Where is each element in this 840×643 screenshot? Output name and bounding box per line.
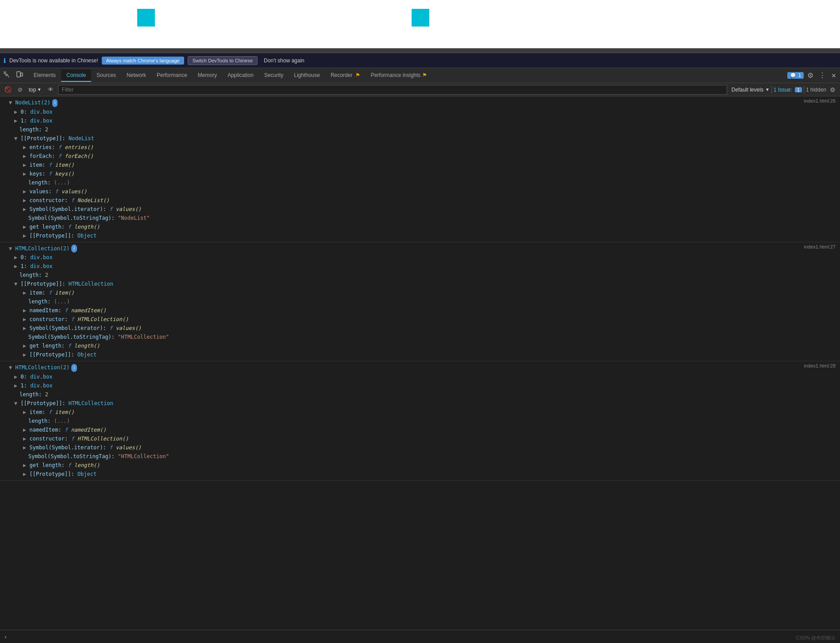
- line-part: keys: [29, 171, 42, 177]
- console-line[interactable]: ▶ get length: f length(): [0, 461, 840, 470]
- console-line[interactable]: ▶ item: f item(): [0, 161, 840, 169]
- console-line[interactable]: ▶ forEach: f forEach(): [0, 152, 840, 161]
- line-part: "NodeList": [118, 215, 150, 221]
- console-line[interactable]: ▶ Symbol(Symbol.iterator): f values(): [0, 324, 840, 333]
- tab-memory[interactable]: Memory: [193, 69, 222, 82]
- console-line[interactable]: ▶ 0: div.box: [0, 253, 840, 262]
- console-line[interactable]: Symbol(Symbol.toStringTag): "HTMLCollect…: [0, 333, 840, 341]
- console-line[interactable]: Symbol(Symbol.toStringTag): "HTMLCollect…: [0, 452, 840, 461]
- console-line[interactable]: ▶ item: f item(): [0, 408, 840, 417]
- issues-badge[interactable]: 1 Issue: 1: [771, 86, 804, 94]
- line-part: Symbol(Symbol.toStringTag): [28, 334, 112, 340]
- console-line[interactable]: ▶ item: f item(): [0, 288, 840, 297]
- dont-show-again-button[interactable]: Don't show again: [261, 56, 307, 65]
- line-part: div.box: [30, 374, 53, 380]
- source-link[interactable]: index1.html:26: [804, 98, 836, 103]
- console-output[interactable]: index1.html:26▼ NodeList(2)i▶ 0: div.box…: [0, 96, 840, 630]
- devtools-tabs: Elements Console Sources Network Perform…: [0, 68, 840, 83]
- console-line[interactable]: length: (...): [0, 178, 840, 187]
- tab-lighthouse[interactable]: Lighthouse: [289, 69, 325, 82]
- console-line[interactable]: ▶ Symbol(Symbol.iterator): f values(): [0, 443, 840, 452]
- notification-badge[interactable]: 💬 1: [787, 72, 804, 79]
- console-line[interactable]: length: 2: [0, 125, 840, 134]
- section-title[interactable]: ▼ HTMLCollection(2)i: [0, 363, 840, 372]
- source-link[interactable]: index1.html:28: [804, 363, 836, 368]
- default-levels-selector[interactable]: Default levels ▼: [730, 86, 771, 94]
- section-title[interactable]: ▼ HTMLCollection(2)i: [0, 244, 840, 253]
- context-selector[interactable]: top ▼: [27, 86, 43, 94]
- console-line[interactable]: ▶ namedItem: f namedItem(): [0, 425, 840, 434]
- tab-performance-insights[interactable]: Performance insights ⚑: [366, 69, 433, 82]
- console-line[interactable]: ▶ [[Prototype]]: Object: [0, 350, 840, 359]
- console-line[interactable]: ▶ values: f values(): [0, 187, 840, 196]
- console-line[interactable]: ▶ [[Prototype]]: Object: [0, 231, 840, 240]
- line-part: :: [71, 352, 77, 358]
- console-line[interactable]: ▶ entries: f entries(): [0, 143, 840, 152]
- switch-to-chinese-button[interactable]: Switch DevTools to Chinese: [188, 56, 258, 65]
- line-part: [[Prototype]]: [29, 352, 71, 358]
- line-part: keys(): [52, 171, 74, 177]
- tab-performance[interactable]: Performance: [151, 69, 193, 82]
- clear-console-button[interactable]: 🚫: [3, 85, 13, 94]
- line-part: f: [49, 171, 52, 177]
- console-line[interactable]: length: 2: [0, 271, 840, 279]
- console-line[interactable]: ▼ [[Prototype]]: NodeList: [0, 134, 840, 143]
- section-title[interactable]: ▼ NodeList(2)i: [0, 98, 840, 107]
- console-line[interactable]: length: (...): [0, 297, 840, 306]
- line-part: get length: [29, 462, 61, 468]
- console-line[interactable]: ▶ get length: f length(): [0, 222, 840, 231]
- tree-arrow: ▶: [23, 436, 29, 442]
- tree-arrow: ▶: [23, 343, 29, 349]
- console-line[interactable]: Symbol(Symbol.toStringTag): "NodeList": [0, 214, 840, 222]
- filter-button[interactable]: ⊘: [16, 85, 24, 94]
- line-part: namedItem(): [68, 427, 106, 433]
- tab-elements[interactable]: Elements: [28, 69, 61, 82]
- tab-console[interactable]: Console: [61, 69, 91, 82]
- more-options-button[interactable]: ⋮: [817, 69, 828, 81]
- console-line[interactable]: ▶ constructor: f HTMLCollection(): [0, 315, 840, 324]
- line-part: 2: [45, 391, 48, 398]
- console-line[interactable]: ▶ constructor: f HTMLCollection(): [0, 434, 840, 443]
- device-toolbar-icon[interactable]: [14, 69, 25, 81]
- console-line[interactable]: ▶ 0: div.box: [0, 107, 840, 116]
- console-line[interactable]: ▶ 1: div.box: [0, 262, 840, 271]
- settings-button[interactable]: ⚙: [805, 69, 815, 81]
- tree-arrow: ▶: [14, 118, 20, 124]
- line-part: (...): [54, 299, 70, 305]
- console-settings-button[interactable]: ⚙: [828, 85, 837, 94]
- scrollbar-area[interactable]: [0, 49, 840, 53]
- console-line[interactable]: ▶ namedItem: f namedItem(): [0, 306, 840, 315]
- console-line[interactable]: ▶ 0: div.box: [0, 372, 840, 381]
- line-part: constructor: [29, 316, 64, 322]
- always-match-language-button[interactable]: Always match Chrome's language: [102, 57, 184, 65]
- console-line[interactable]: ▶ get length: f length(): [0, 341, 840, 350]
- console-line[interactable]: ▶ Symbol(Symbol.iterator): f values(): [0, 205, 840, 214]
- tab-network[interactable]: Network: [121, 69, 151, 82]
- console-line[interactable]: length: (...): [0, 417, 840, 425]
- eye-button[interactable]: 👁: [46, 85, 55, 94]
- console-line[interactable]: ▼ [[Prototype]]: HTMLCollection: [0, 279, 840, 288]
- info-badge: i: [71, 245, 77, 253]
- line-part: item(): [52, 290, 74, 296]
- console-line[interactable]: ▼ [[Prototype]]: HTMLCollection: [0, 399, 840, 408]
- tree-arrow: ▶: [23, 471, 29, 477]
- console-line[interactable]: ▶ keys: f keys(): [0, 169, 840, 178]
- console-line[interactable]: ▶ 1: div.box: [0, 381, 840, 390]
- line-part: NodeList: [69, 135, 94, 142]
- tab-recorder[interactable]: Recorder ⚑: [325, 69, 366, 82]
- console-line[interactable]: ▶ constructor: f NodeList(): [0, 196, 840, 205]
- tab-security[interactable]: Security: [259, 69, 289, 82]
- tab-sources[interactable]: Sources: [91, 69, 121, 82]
- line-part: entries: [29, 144, 52, 150]
- inspect-element-icon[interactable]: [2, 69, 12, 81]
- console-line[interactable]: ▶ [[Prototype]]: Object: [0, 470, 840, 478]
- tab-icons-group: [2, 69, 25, 81]
- tab-application[interactable]: Application: [222, 69, 259, 82]
- source-link[interactable]: index1.html:27: [804, 244, 836, 249]
- close-devtools-button[interactable]: ✕: [829, 70, 838, 81]
- line-part: f: [71, 197, 74, 203]
- line-part: :: [71, 233, 77, 239]
- console-line[interactable]: length: 2: [0, 390, 840, 399]
- filter-input[interactable]: [58, 85, 727, 95]
- console-line[interactable]: ▶ 1: div.box: [0, 116, 840, 125]
